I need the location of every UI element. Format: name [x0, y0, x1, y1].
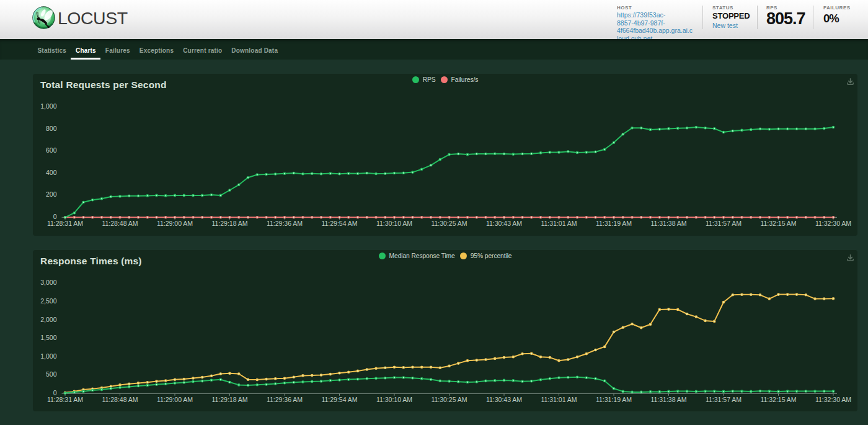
svg-text:11:31:57 AM: 11:31:57 AM	[706, 220, 742, 227]
svg-text:11:32:15 AM: 11:32:15 AM	[760, 220, 796, 227]
svg-text:0: 0	[53, 213, 57, 220]
svg-text:11:29:18 AM: 11:29:18 AM	[211, 396, 247, 403]
svg-text:11:31:01 AM: 11:31:01 AM	[541, 396, 577, 403]
svg-text:3,000: 3,000	[40, 279, 56, 286]
svg-text:11:30:25 AM: 11:30:25 AM	[431, 396, 467, 403]
svg-text:0: 0	[53, 389, 57, 396]
svg-text:11:31:19 AM: 11:31:19 AM	[596, 220, 632, 227]
svg-text:11:29:00 AM: 11:29:00 AM	[157, 220, 193, 227]
svg-text:11:32:30 AM: 11:32:30 AM	[815, 396, 851, 403]
svg-text:11:31:38 AM: 11:31:38 AM	[650, 396, 686, 403]
svg-text:11:28:48 AM: 11:28:48 AM	[102, 220, 138, 227]
svg-text:11:29:00 AM: 11:29:00 AM	[157, 396, 193, 403]
svg-text:1,000: 1,000	[40, 102, 56, 110]
svg-text:11:31:38 AM: 11:31:38 AM	[650, 220, 686, 227]
svg-text:2,000: 2,000	[40, 316, 56, 323]
svg-text:11:31:19 AM: 11:31:19 AM	[596, 396, 632, 403]
svg-text:2,500: 2,500	[40, 297, 56, 305]
svg-text:11:29:18 AM: 11:29:18 AM	[211, 220, 247, 227]
svg-text:11:29:36 AM: 11:29:36 AM	[267, 396, 303, 403]
svg-text:11:31:57 AM: 11:31:57 AM	[706, 396, 742, 403]
svg-text:800: 800	[46, 125, 57, 132]
svg-text:11:30:43 AM: 11:30:43 AM	[486, 220, 522, 227]
svg-text:11:30:10 AM: 11:30:10 AM	[376, 396, 412, 403]
svg-text:11:32:30 AM: 11:32:30 AM	[815, 220, 851, 227]
svg-text:500: 500	[46, 370, 57, 378]
svg-text:11:32:15 AM: 11:32:15 AM	[760, 396, 796, 403]
svg-text:11:28:48 AM: 11:28:48 AM	[102, 396, 138, 403]
svg-text:11:31:01 AM: 11:31:01 AM	[541, 220, 577, 227]
svg-text:11:30:10 AM: 11:30:10 AM	[376, 220, 412, 227]
svg-text:1,000: 1,000	[40, 352, 56, 360]
svg-text:1,500: 1,500	[40, 334, 56, 341]
svg-text:11:28:31 AM: 11:28:31 AM	[47, 220, 83, 227]
svg-text:11:29:54 AM: 11:29:54 AM	[321, 396, 357, 403]
svg-text:11:30:25 AM: 11:30:25 AM	[431, 220, 467, 227]
svg-text:11:29:36 AM: 11:29:36 AM	[267, 220, 303, 227]
svg-text:200: 200	[46, 190, 57, 198]
svg-text:400: 400	[46, 169, 57, 176]
svg-text:11:28:31 AM: 11:28:31 AM	[47, 396, 83, 403]
svg-text:600: 600	[46, 146, 57, 154]
svg-text:11:30:43 AM: 11:30:43 AM	[486, 396, 522, 403]
svg-text:11:29:54 AM: 11:29:54 AM	[321, 220, 357, 227]
